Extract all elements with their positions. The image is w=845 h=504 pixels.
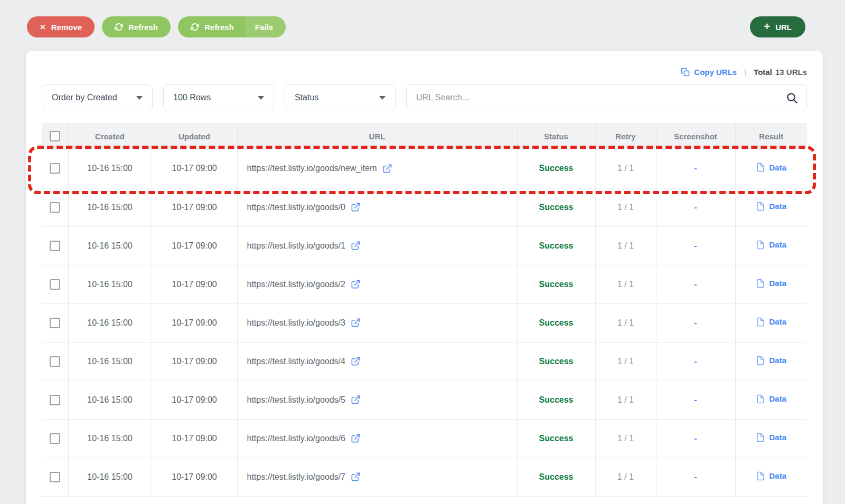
data-result-label: Data [769,240,786,249]
cell-retry: 1 / 1 [595,342,656,381]
refresh-icon [115,23,123,31]
remove-button[interactable]: ✕ Remove [27,16,95,37]
refresh-fails-fails-button[interactable]: Fails [246,16,286,37]
cell-status: Success [517,458,595,496]
cell-created: 10-16 15:00 [68,149,152,188]
copy-icon [681,68,690,77]
data-result-link[interactable]: Data [756,356,786,365]
cell-screenshot: - [656,458,735,496]
total-count: 13 URLs [775,68,807,77]
data-result-link[interactable]: Data [756,471,786,481]
add-url-button[interactable]: + URL [750,16,805,37]
cell-updated: 10-17 09:00 [152,265,237,303]
table-row: 10-16 15:00 10-17 09:00 https://test.lis… [42,381,807,419]
url-table-wrap: Created Updated URL Status Retry Screens… [42,123,807,497]
x-icon: ✕ [40,23,46,31]
cell-url: https://test.listly.io/goods/4 [247,357,345,366]
table-row: 10-16 15:00 10-17 09:00 https://test.lis… [42,188,807,226]
refresh-icon [191,23,199,31]
cell-retry: 1 / 1 [595,458,656,496]
header-updated: Updated [152,123,237,149]
rows-per-page-value: 100 Rows [173,93,211,102]
data-result-label: Data [769,356,786,365]
cell-retry: 1 / 1 [595,303,656,342]
cell-created: 10-16 15:00 [68,188,152,226]
order-by-select[interactable]: Order by Created [42,84,153,110]
external-link-icon[interactable] [351,279,361,289]
row-checkbox[interactable] [50,472,60,482]
cell-status: Success [517,226,595,265]
table-body: 10-16 15:00 10-17 09:00 https://test.lis… [42,149,807,496]
external-link-icon[interactable] [351,356,361,366]
search-icon[interactable] [786,92,798,104]
row-checkbox[interactable] [50,241,60,251]
cell-updated: 10-17 09:00 [152,149,237,188]
filter-row: Order by Created 100 Rows Status [42,84,807,110]
header-screenshot: Screenshot [656,123,735,149]
cell-updated: 10-17 09:00 [152,188,237,226]
cell-updated: 10-17 09:00 [152,458,237,496]
copy-urls-link[interactable]: Copy URLs [681,68,737,77]
cell-status: Success [517,303,595,342]
cell-created: 10-16 15:00 [68,381,152,419]
status-filter-select[interactable]: Status [285,84,396,110]
external-link-icon[interactable] [351,202,361,212]
data-result-link[interactable]: Data [756,163,786,172]
row-checkbox[interactable] [50,433,60,444]
cell-updated: 10-17 09:00 [152,226,237,265]
data-result-link[interactable]: Data [756,317,786,327]
cell-status: Success [517,265,595,303]
cell-screenshot: - [656,265,735,303]
data-result-label: Data [769,433,786,442]
external-link-icon[interactable] [351,241,361,251]
table-row: 10-16 15:00 10-17 09:00 https://test.lis… [42,303,807,342]
chevron-down-icon [258,96,264,100]
chevron-down-icon [379,96,386,100]
cell-created: 10-16 15:00 [68,226,152,265]
refresh-fails-refresh-label: Refresh [204,23,234,32]
refresh-button[interactable]: Refresh [102,16,171,37]
table-row: 10-16 15:00 10-17 09:00 https://test.lis… [42,419,807,458]
cell-url: https://test.listly.io/goods/5 [247,395,345,405]
data-result-link[interactable]: Data [756,202,786,211]
cell-updated: 10-17 09:00 [152,303,237,342]
refresh-fails-refresh-button[interactable]: Refresh [178,16,246,37]
cell-screenshot: - [656,188,735,226]
header-created: Created [68,123,152,149]
data-result-link[interactable]: Data [756,279,786,288]
row-checkbox[interactable] [50,202,60,213]
data-result-label: Data [769,279,786,288]
cell-retry: 1 / 1 [595,265,656,303]
row-checkbox[interactable] [50,279,60,290]
data-result-link[interactable]: Data [756,433,786,442]
select-all-checkbox[interactable] [50,131,60,141]
row-checkbox[interactable] [50,163,60,174]
row-checkbox[interactable] [50,395,60,405]
data-result-link[interactable]: Data [756,240,786,250]
cell-created: 10-16 15:00 [68,419,152,458]
rows-per-page-select[interactable]: 100 Rows [163,84,274,110]
external-link-icon[interactable] [382,164,392,174]
url-search-input[interactable] [416,93,779,102]
external-link-icon[interactable] [351,433,361,443]
cell-created: 10-16 15:00 [68,458,152,496]
data-result-label: Data [769,394,786,403]
refresh-fails-fails-label: Fails [255,23,273,32]
refresh-fails-split-button: Refresh Fails [178,16,286,37]
url-table: Created Updated URL Status Retry Screens… [42,123,807,497]
table-row: 10-16 15:00 10-17 09:00 https://test.lis… [42,265,807,303]
cell-screenshot: - [656,149,735,188]
data-result-link[interactable]: Data [756,394,786,404]
external-link-icon[interactable] [351,318,361,328]
row-checkbox[interactable] [50,318,60,328]
external-link-icon[interactable] [351,395,361,405]
cell-retry: 1 / 1 [595,226,656,265]
cell-screenshot: - [656,342,735,381]
cell-created: 10-16 15:00 [68,265,152,303]
row-checkbox[interactable] [50,356,60,367]
cell-status: Success [517,149,595,188]
url-search-box [406,84,807,110]
table-row: 10-16 15:00 10-17 09:00 https://test.lis… [42,342,807,381]
cell-screenshot: - [656,226,735,265]
external-link-icon[interactable] [351,472,361,482]
